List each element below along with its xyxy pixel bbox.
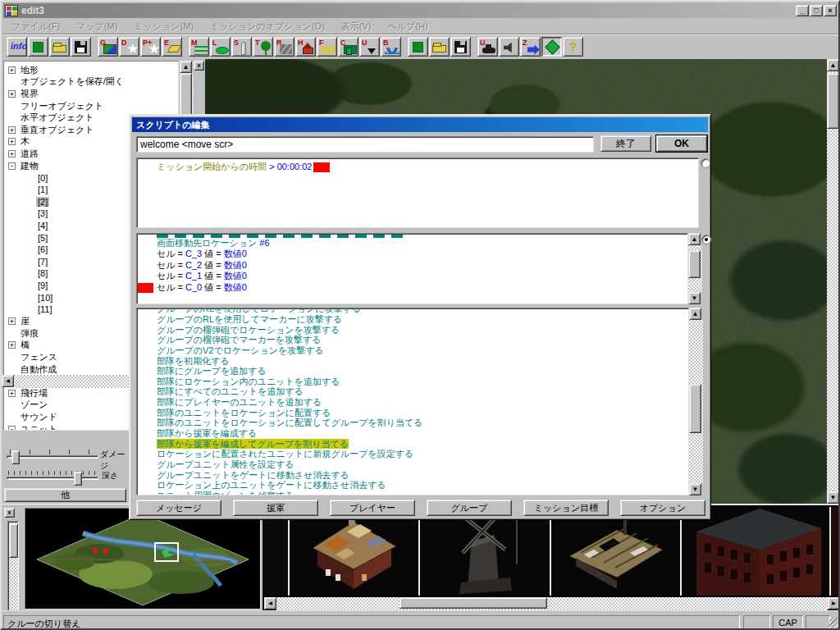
- menu-item[interactable]: ミッションのオプション(O): [202, 21, 333, 33]
- palette-item-windmill-ruin[interactable]: [420, 507, 550, 596]
- command-list-vscrollbar[interactable]: ▲ ▼: [689, 308, 703, 495]
- scroll-down-icon[interactable]: ▼: [689, 483, 701, 495]
- command-item[interactable]: グループのRLを使用してロケーションに攻撃する: [137, 308, 688, 314]
- command-item[interactable]: 部隊から援軍を編成してグループを割り当てる: [137, 439, 688, 450]
- command-item[interactable]: 部隊を初期化する: [137, 356, 688, 367]
- menu-item[interactable]: ファイル(F): [3, 21, 68, 33]
- scroll-up-icon[interactable]: ▲: [180, 61, 192, 73]
- command-item[interactable]: グループユニット属性を設定する: [137, 459, 688, 470]
- palette-item-brick-building[interactable]: [682, 507, 829, 596]
- palette-item-farmhouse[interactable]: [290, 507, 418, 596]
- dialog-tab-button[interactable]: プレイヤー: [330, 500, 415, 516]
- command-item[interactable]: グループの榴弾砲でマーカーを攻撃する: [137, 335, 688, 345]
- scroll-left-icon[interactable]: ◄: [2, 375, 14, 387]
- palette-item-barn-ruin[interactable]: [551, 507, 680, 596]
- resize-grip[interactable]: [829, 618, 839, 628]
- action-radio[interactable]: [701, 235, 711, 244]
- location-tool-button[interactable]: L: [210, 37, 231, 57]
- command-item[interactable]: 部隊にプレイヤーのユニットを追加する: [137, 397, 688, 408]
- save-mission-button[interactable]: [450, 37, 471, 57]
- scroll-down-icon[interactable]: ▼: [827, 491, 839, 504]
- bridge-tool-button[interactable]: B: [381, 37, 401, 57]
- command-item[interactable]: 部隊にロケーション内のユニットを追加する: [137, 377, 688, 387]
- command-item[interactable]: グループユニットをゲートに移動させ消去する: [137, 470, 688, 481]
- action-cell-row[interactable]: セル = C_2 値 = 数値0: [137, 260, 687, 271]
- open-mission-button[interactable]: [429, 37, 450, 57]
- tree-close-icon[interactable]: x: [194, 61, 204, 71]
- house-tool-button[interactable]: H: [295, 37, 316, 57]
- scroll-up-icon[interactable]: ▲: [689, 308, 701, 320]
- tree-expand-icon[interactable]: -: [8, 162, 16, 170]
- command-item[interactable]: ユニット周囲のゾーンを偵察する: [137, 491, 688, 495]
- dialog-title-bar[interactable]: スクリプトの編集: [132, 117, 708, 132]
- add-object-tool-button[interactable]: P+: [140, 37, 161, 57]
- map-vscrollbar[interactable]: ▲ ▼: [827, 59, 840, 504]
- road-tool-button[interactable]: R: [274, 37, 294, 57]
- tree-expand-icon[interactable]: +: [8, 150, 16, 158]
- scroll-right-icon[interactable]: ►: [828, 597, 840, 609]
- menu-item[interactable]: ヘルプ(H): [380, 21, 436, 33]
- save-map-button[interactable]: [71, 37, 91, 57]
- command-item[interactable]: ロケーションに配置されたユニットに新規グループを設定する: [137, 449, 688, 459]
- building-tool-button[interactable]: C: [338, 37, 358, 57]
- tree-expand-icon[interactable]: +: [8, 138, 16, 145]
- command-item[interactable]: 部隊のユニットをロケーションに配置してグループを割り当てる: [137, 418, 688, 428]
- ok-button[interactable]: OK: [656, 135, 707, 152]
- structure-tool-button[interactable]: S: [231, 37, 252, 57]
- tree-tool-button[interactable]: T: [253, 37, 273, 57]
- maximize-button[interactable]: □: [810, 5, 823, 16]
- command-item[interactable]: グループの榴弾砲でロケーションを攻撃する: [137, 325, 688, 336]
- scroll-thumb[interactable]: [688, 250, 701, 278]
- tree-expand-icon[interactable]: +: [8, 126, 16, 134]
- dialog-tab-button[interactable]: ミッション目標: [523, 500, 609, 516]
- dialog-tab-button[interactable]: オプション: [620, 500, 705, 516]
- info-button[interactable]: info: [7, 37, 27, 57]
- toolbar-button[interactable]: [472, 37, 477, 57]
- scroll-up-icon[interactable]: ▲: [827, 59, 839, 71]
- dialog-tab-button[interactable]: 援軍: [233, 500, 318, 516]
- palette-item-partial[interactable]: [264, 507, 288, 596]
- action-vscrollbar[interactable]: ▲ ▼: [688, 233, 702, 304]
- menu-item[interactable]: 表示(V): [333, 21, 380, 33]
- tree-expand-icon[interactable]: +: [8, 341, 16, 349]
- minimize-button[interactable]: _: [796, 5, 809, 16]
- open-map-button[interactable]: [49, 37, 70, 57]
- delete-object-tool-button[interactable]: D: [119, 37, 139, 57]
- action-header-row[interactable]: 画面移動先ロケーション #6: [137, 238, 687, 249]
- minimap[interactable]: [25, 508, 261, 609]
- sound-button[interactable]: [499, 37, 519, 57]
- unit-tool-button[interactable]: U: [477, 37, 498, 57]
- menu-item[interactable]: マップ(M): [68, 21, 126, 33]
- palette-hscrollbar[interactable]: ◄ ►: [264, 597, 840, 610]
- action-cell-row[interactable]: セル = C_0 値 = 数値0: [137, 282, 687, 293]
- dialog-tab-button[interactable]: グループ: [427, 500, 512, 516]
- tree-expand-icon[interactable]: -: [8, 426, 16, 431]
- eraser-tool-button[interactable]: E: [162, 37, 182, 57]
- scroll-up-icon[interactable]: ▲: [688, 233, 701, 245]
- tree-expand-icon[interactable]: +: [8, 90, 16, 98]
- depth-slider-thumb[interactable]: [74, 472, 82, 486]
- scroll-thumb[interactable]: [689, 384, 701, 433]
- command-item[interactable]: グループのRLを使用してマーカーに攻撃する: [137, 314, 688, 325]
- command-item[interactable]: 部隊のユニットをロケーションに配置する: [137, 408, 688, 418]
- scroll-left-icon[interactable]: ◄: [264, 597, 276, 609]
- help-button[interactable]: ?: [563, 37, 583, 57]
- damage-slider-track[interactable]: [7, 455, 98, 459]
- scroll-thumb[interactable]: [827, 73, 839, 129]
- minimap-close-icon[interactable]: x: [4, 508, 15, 518]
- other-properties-button[interactable]: 他: [4, 488, 126, 502]
- tree-expand-icon[interactable]: +: [8, 390, 16, 397]
- command-item[interactable]: 部隊から援軍を編成する: [137, 428, 688, 439]
- fence-tool-button[interactable]: F: [317, 37, 337, 57]
- zone-button[interactable]: Z: [520, 37, 541, 57]
- command-item[interactable]: ロケーション上のユニットをゲートに移動させ消去する: [137, 480, 688, 491]
- damage-slider-thumb[interactable]: [11, 450, 20, 464]
- terrain-tool-button[interactable]: G: [98, 37, 118, 57]
- depth-slider-track[interactable]: [7, 477, 98, 480]
- tree-item-visibility[interactable]: + 視界: [7, 88, 178, 100]
- exit-button[interactable]: 終了: [600, 135, 651, 152]
- minimap-scrollbar[interactable]: [7, 521, 19, 614]
- new-map-button[interactable]: [28, 37, 48, 57]
- unit-drop-tool-button[interactable]: U: [359, 37, 380, 57]
- scroll-thumb[interactable]: [399, 597, 547, 609]
